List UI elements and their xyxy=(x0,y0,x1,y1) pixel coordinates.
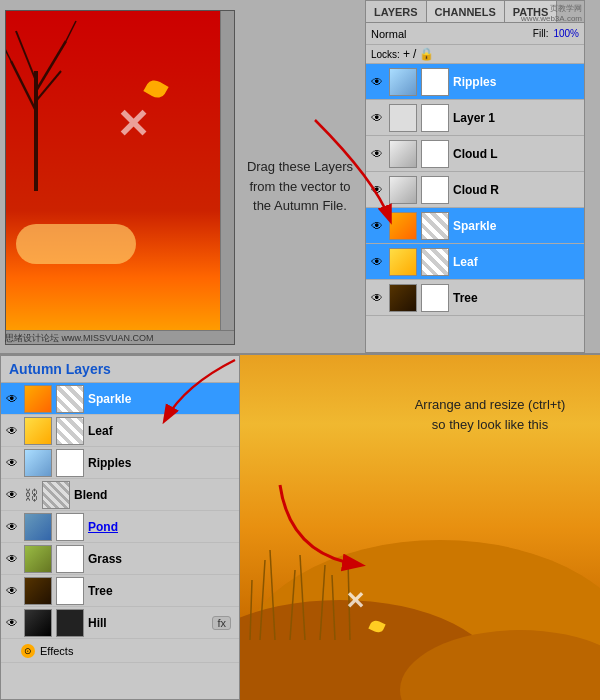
svg-line-1 xyxy=(11,61,36,111)
tab-layers[interactable]: LAYERS xyxy=(366,1,427,22)
canvas-tree-graphic xyxy=(6,11,86,191)
eye-autumn-sparkle[interactable]: 👁 xyxy=(4,391,20,407)
eye-autumn-leaf[interactable]: 👁 xyxy=(4,423,20,439)
watermark-bottom-left: 思绪设计论坛 www.MISSVUAN.COM xyxy=(5,332,154,345)
effects-header: ⊙ Effects xyxy=(1,639,239,663)
thumb-cloud-r xyxy=(389,176,417,204)
fill-label: Fill: xyxy=(533,28,549,39)
autumn-thumb-sparkle xyxy=(24,385,52,413)
autumn-layer-hill[interactable]: 👁 Hill fx xyxy=(1,607,239,639)
bottom-section: Autumn Layers 👁 Sparkle 👁 Leaf 👁 xyxy=(0,355,600,700)
eye-ripples[interactable]: 👁 xyxy=(369,74,385,90)
autumn-thumb-pond xyxy=(24,513,52,541)
autumn-mask-sparkle xyxy=(56,385,84,413)
lock-all-icon[interactable]: 🔒 xyxy=(419,47,434,61)
lock-pixel-icon[interactable]: / xyxy=(413,47,416,61)
layer-item-cloud-r[interactable]: 👁 Cloud R xyxy=(366,172,584,208)
watermark-top-right: 页教学网www.web3A.com xyxy=(521,3,582,23)
eye-leaf[interactable]: 👁 xyxy=(369,254,385,270)
autumn-thumb-tree xyxy=(24,577,52,605)
eye-tree[interactable]: 👁 xyxy=(369,290,385,306)
canvas-preview: ✕ xyxy=(5,10,235,345)
autumn-scene-image: ✕ Arrange and resize (ctrl+t) so they lo… xyxy=(240,355,600,700)
layers-controls: Normal Fill: 100% xyxy=(366,23,584,45)
layer-item-ripples[interactable]: 👁 Ripples ➤ xyxy=(366,64,584,100)
thumb-leaf xyxy=(389,248,417,276)
autumn-layer-pond[interactable]: 👁 Pond xyxy=(1,511,239,543)
layer-name-layer1: Layer 1 xyxy=(453,111,495,125)
mask-ripples xyxy=(421,68,449,96)
autumn-thumb-leaf xyxy=(24,417,52,445)
eye-autumn-hill[interactable]: 👁 xyxy=(4,615,20,631)
canvas-background: ✕ xyxy=(6,11,234,344)
layers-panel-bottom: Autumn Layers 👁 Sparkle 👁 Leaf 👁 xyxy=(0,355,240,700)
layer-name-cloud-l: Cloud L xyxy=(453,147,498,161)
autumn-mask-tree xyxy=(56,577,84,605)
eye-autumn-tree[interactable]: 👁 xyxy=(4,583,20,599)
layer-item-cloud-l[interactable]: 👁 Cloud L xyxy=(366,136,584,172)
autumn-layer-leaf[interactable]: 👁 Leaf xyxy=(1,415,239,447)
canvas-cloud xyxy=(16,224,136,264)
scene-sparkle: ✕ xyxy=(345,587,365,615)
eye-layer1[interactable]: 👁 xyxy=(369,110,385,126)
layers-panel-top: LAYERS CHANNELS PATHS 页教学网www.web3A.com … xyxy=(365,0,585,353)
thumb-layer1 xyxy=(389,104,417,132)
thumb-ripples xyxy=(389,68,417,96)
effects-label: Effects xyxy=(40,645,73,657)
thumb-sparkle xyxy=(389,212,417,240)
fill-value: 100% xyxy=(553,28,579,39)
eye-sparkle[interactable]: 👁 xyxy=(369,218,385,234)
layer-item-layer1[interactable]: 👁 Layer 1 xyxy=(366,100,584,136)
autumn-layers-list: 👁 Sparkle 👁 Leaf 👁 Ripples 👁 xyxy=(1,383,239,663)
fx-badge-hill: fx xyxy=(212,616,231,630)
mask-layer1 xyxy=(421,104,449,132)
layer-item-sparkle[interactable]: 👁 Sparkle ➤ xyxy=(366,208,584,244)
effects-icon: ⊙ xyxy=(21,644,35,658)
autumn-layer-ripples[interactable]: 👁 Ripples xyxy=(1,447,239,479)
mask-cloud-l xyxy=(421,140,449,168)
top-section: ✕ 思绪设计论坛 www.MISSVUAN.COM Drag these Lay… xyxy=(0,0,600,355)
eye-cloud-l[interactable]: 👁 xyxy=(369,146,385,162)
autumn-layer-sparkle[interactable]: 👁 Sparkle xyxy=(1,383,239,415)
autumn-mask-pond xyxy=(56,513,84,541)
lock-position-icon[interactable]: + xyxy=(403,47,410,61)
svg-line-6 xyxy=(66,21,76,41)
eye-autumn-blend[interactable]: 👁 xyxy=(4,487,20,503)
autumn-layer-blend[interactable]: 👁 ⛓ Blend xyxy=(1,479,239,511)
drag-instruction: Drag these Layers from the vector to the… xyxy=(235,20,365,353)
layer-name-tree: Tree xyxy=(453,291,478,305)
eye-autumn-pond[interactable]: 👁 xyxy=(4,519,20,535)
mask-sparkle xyxy=(421,212,449,240)
canvas-scrollbar-vertical[interactable] xyxy=(220,11,234,330)
svg-line-5 xyxy=(6,41,11,61)
tab-channels[interactable]: CHANNELS xyxy=(427,1,505,22)
eye-autumn-grass[interactable]: 👁 xyxy=(4,551,20,567)
layer-item-tree[interactable]: 👁 Tree xyxy=(366,280,584,316)
autumn-mask-grass xyxy=(56,545,84,573)
autumn-thumb-hill xyxy=(24,609,52,637)
mask-cloud-r xyxy=(421,176,449,204)
layer-name-leaf: Leaf xyxy=(453,255,478,269)
autumn-name-leaf: Leaf xyxy=(88,424,113,438)
svg-line-14 xyxy=(320,565,325,640)
layers-list-top: 👁 Ripples ➤ 👁 Layer 1 👁 Cloud L xyxy=(366,64,584,359)
layer-item-leaf[interactable]: 👁 Leaf ➤ xyxy=(366,244,584,280)
locks-bar: Locks: + / 🔒 xyxy=(366,45,584,64)
autumn-layer-tree[interactable]: 👁 Tree xyxy=(1,575,239,607)
canvas-leaf xyxy=(143,77,168,101)
mask-leaf xyxy=(421,248,449,276)
eye-cloud-r[interactable]: 👁 xyxy=(369,182,385,198)
autumn-layer-grass[interactable]: 👁 Grass xyxy=(1,543,239,575)
autumn-name-tree: Tree xyxy=(88,584,113,598)
svg-line-16 xyxy=(332,575,335,640)
autumn-mask-ripples xyxy=(56,449,84,477)
layers-tab-bar: LAYERS CHANNELS PATHS 页教学网www.web3A.com xyxy=(366,1,584,23)
blend-link-icon: ⛓ xyxy=(24,487,38,503)
arrange-instruction: Arrange and resize (ctrl+t) so they look… xyxy=(410,395,570,434)
svg-line-10 xyxy=(260,560,265,640)
eye-autumn-ripples[interactable]: 👁 xyxy=(4,455,20,471)
autumn-name-blend: Blend xyxy=(74,488,107,502)
autumn-mask-leaf xyxy=(56,417,84,445)
thumb-cloud-l xyxy=(389,140,417,168)
mask-tree xyxy=(421,284,449,312)
